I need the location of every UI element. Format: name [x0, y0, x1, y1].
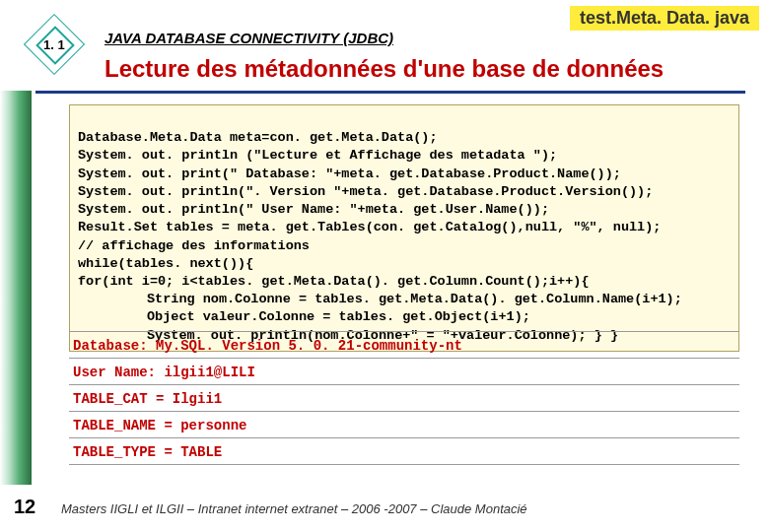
output-block: Database: My.SQL. Version 5. 0. 21-commu… — [69, 331, 739, 465]
code-block: Database.Meta.Data meta=con. get.Meta.Da… — [69, 104, 739, 352]
output-line: Database: My.SQL. Version 5. 0. 21-commu… — [69, 331, 739, 359]
left-gradient-stripe — [0, 91, 32, 485]
section-number-decor: 1. 1 — [30, 24, 73, 67]
code-line: Database.Meta.Data meta=con. get.Meta.Da… — [78, 130, 438, 145]
output-line: TABLE_TYPE = TABLE — [69, 438, 739, 465]
divider — [35, 91, 745, 94]
section-number: 1. 1 — [43, 37, 65, 52]
output-line: TABLE_CAT = Ilgii1 — [69, 385, 739, 412]
section-label: JAVA DATABASE CONNECTIVITY (JDBC) — [105, 30, 393, 46]
code-line: while(tables. next()){ — [78, 256, 253, 271]
footer-text: Masters IIGLI et ILGII – Intranet intern… — [61, 501, 527, 516]
code-line: // affichage des informations — [78, 238, 310, 253]
file-badge: test.Meta. Data. java — [570, 6, 759, 31]
code-line: Result.Set tables = meta. get.Tables(con… — [78, 220, 661, 234]
code-line: String nom.Colonne = tables. get.Meta.Da… — [78, 291, 682, 308]
page-number: 12 — [14, 496, 35, 518]
code-line: System. out. println ("Lecture et Affich… — [78, 148, 557, 163]
code-line: System. out. println(". Version "+meta. … — [78, 184, 653, 199]
output-line: User Name: ilgii1@LILI — [69, 359, 739, 385]
code-line: System. out. print(" Database: "+meta. g… — [78, 166, 621, 181]
code-line: for(int i=0; i<tables. get.Meta.Data(). … — [78, 274, 589, 289]
code-line: System. out. println(" User Name: "+meta… — [78, 202, 549, 217]
page-subtitle: Lecture des métadonnées d'une base de do… — [105, 55, 664, 83]
code-line: Object valeur.Colonne = tables. get.Obje… — [78, 308, 530, 326]
output-line: TABLE_NAME = personne — [69, 412, 739, 438]
